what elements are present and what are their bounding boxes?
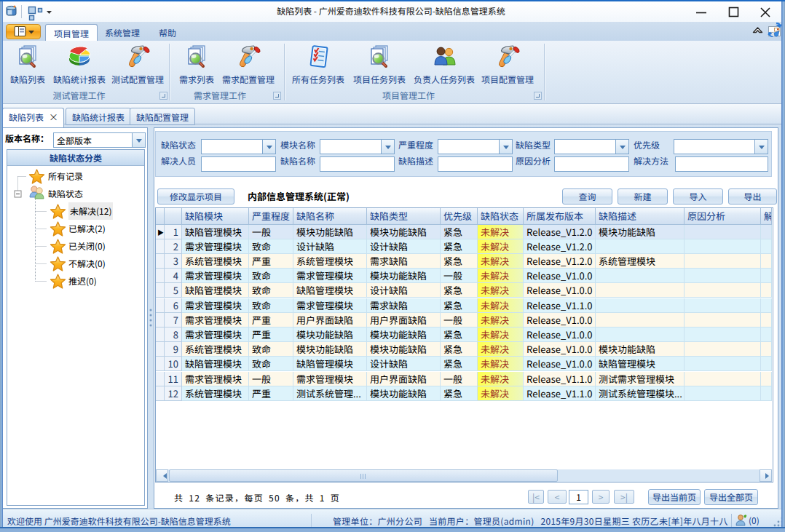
svg-text:(0): (0)	[749, 514, 760, 526]
